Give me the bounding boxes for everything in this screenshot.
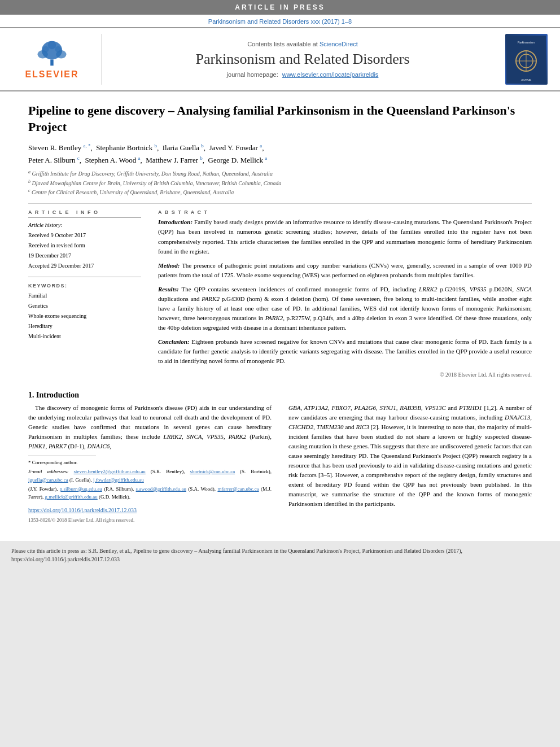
contents-text: Contents lists available at — [247, 41, 318, 47]
issn-line: 1353-8020/© 2018 Elsevier Ltd. All right… — [28, 516, 272, 524]
article-in-press-banner: ARTICLE IN PRESS — [0, 0, 560, 15]
email-addresses-note: E-mail addresses: steven.bentley2@griffi… — [28, 468, 272, 484]
affil-b: b Djavad Mowafaghian Centre for Brain, U… — [28, 178, 532, 187]
citation-footer: Please cite this article in press as: S.… — [0, 541, 560, 569]
svg-text:JOURNAL: JOURNAL — [521, 78, 532, 81]
abstract-results: Results: The QPP contains seventeen inci… — [158, 285, 532, 333]
revised-date: 19 December 2017 — [28, 251, 141, 261]
footnotes: * Corresponding author. E-mail addresses… — [28, 458, 272, 524]
intro-right-gene-list: GBA, ATP13A2, FBXO7, PLA2G6, SYNJ1, RAB3… — [288, 403, 532, 509]
email-farrer[interactable]: mfarrer@can.ubc.ca — [217, 486, 259, 492]
authors-line: Steven R. Bentley a, *, Stephanie Bortni… — [28, 142, 532, 167]
cover-image: Parkinsonism JOURNAL — [505, 34, 548, 85]
abstract-results-label: Results: — [158, 286, 179, 292]
elsevier-label: ELSEVIER — [25, 69, 78, 80]
keyword-genetics: Genetics — [28, 301, 141, 311]
affil-c: c Centre for Clinical Research, Universi… — [28, 187, 532, 196]
keyword-wes: Whole exome sequencing — [28, 311, 141, 321]
journal-citation-text: Parkinsonism and Related Disorders xxx (… — [208, 18, 352, 25]
intro-left-col: The discovery of monogenic forms of Park… — [28, 403, 272, 525]
keywords-section: Keywords: Familial Genetics Whole exome … — [28, 277, 141, 342]
email-silburn[interactable]: p.silburn@uq.edu.au — [60, 486, 102, 492]
journal-main-title: Parkinsonism and Related Disorders — [195, 51, 409, 68]
abstract-column: A B S T R A C T Introduction: Family bas… — [158, 209, 532, 379]
article-history: Article history: Received 9 October 2017… — [28, 217, 141, 271]
intro-body: The discovery of monogenic forms of Park… — [28, 403, 532, 525]
journal-homepage: journal homepage: www.elsevier.com/locat… — [227, 71, 379, 78]
journal-header: ELSEVIER Contents lists available at Sci… — [0, 27, 560, 91]
journal-citation: Parkinsonism and Related Disorders xxx (… — [0, 15, 560, 27]
introduction-section: 1. Introduction The discovery of monogen… — [28, 391, 532, 525]
abstract-conclusion: Conclusion: Eighteen probands have scree… — [158, 337, 532, 366]
accepted-date: Accepted 29 December 2017 — [28, 261, 141, 271]
keyword-familial: Familial — [28, 291, 141, 301]
email-addresses-note2: (J.Y. Fowdar), p.silburn@uq.edu.au (P.A.… — [28, 485, 272, 501]
intro-left-para1: The discovery of monogenic forms of Park… — [28, 403, 272, 451]
received-date: Received 9 October 2017 — [28, 230, 141, 241]
corresponding-author-note: * Corresponding author. — [28, 458, 272, 466]
email-wood[interactable]: s.awood@griffith.edu.au — [136, 486, 186, 492]
author-sup-fowdar: a — [260, 143, 262, 148]
article-info-label: A R T I C L E I N F O — [28, 209, 141, 215]
abstract-intro: Introduction: Family based study designs… — [158, 217, 532, 256]
svg-point-6 — [55, 46, 61, 53]
article-title: Pipeline to gene discovery – Analysing f… — [28, 103, 532, 135]
svg-rect-0 — [50, 59, 53, 65]
article-content: Pipeline to gene discovery – Analysing f… — [0, 91, 560, 530]
footnote-divider — [28, 456, 96, 456]
author-sup-wood: a — [138, 155, 140, 161]
email-bortnick[interactable]: sbortnick@can.ubc.ca — [190, 469, 235, 474]
affil-a: a Griffith Institute for Drug Discovery,… — [28, 169, 532, 178]
affiliations: a Griffith Institute for Drug Discovery,… — [28, 169, 532, 196]
email-fowdar[interactable]: j.fowdar@griffith.edu.au — [93, 477, 144, 483]
svg-point-4 — [48, 41, 56, 50]
banner-text: ARTICLE IN PRESS — [235, 3, 325, 11]
keyword-multi-incident: Multi-incident — [28, 331, 141, 342]
author-sup-mellick: a — [265, 155, 267, 161]
intro-right-text: GBA, ATP13A2, FBXO7, PLA2G6, SYNJ1, RAB3… — [288, 403, 532, 509]
citation-footer-text: Please cite this article in press as: S.… — [11, 548, 462, 562]
received-revised-label: Received in revised form — [28, 241, 141, 251]
contents-line: Contents lists available at ScienceDirec… — [247, 41, 358, 47]
sciencedirect-link[interactable]: ScienceDirect — [320, 41, 358, 47]
article-info-abstract-section: A R T I C L E I N F O Article history: R… — [28, 209, 532, 379]
history-label: Article history: — [28, 220, 141, 230]
keywords-label: Keywords: — [28, 283, 141, 289]
svg-text:Parkinsonism: Parkinsonism — [518, 41, 535, 44]
abstract-method-label: Method: — [158, 262, 180, 269]
author-sup-bentley: a, * — [84, 143, 91, 148]
email-guella[interactable]: iguella@can.ubc.ca — [28, 477, 68, 483]
abstract-method: Method: The presence of pathogenic point… — [158, 261, 532, 280]
author-sup-bortnick: b — [155, 143, 158, 148]
email-bentley[interactable]: steven.bentley2@griffithuni.edu.au — [74, 469, 146, 474]
journal-title-center: Contents lists available at ScienceDirec… — [107, 34, 498, 85]
doi-line: https://doi.org/10.1016/j.parkreldis.201… — [28, 506, 272, 515]
intro-right-col: GBA, ATP13A2, FBXO7, PLA2G6, SYNJ1, RAB3… — [288, 403, 532, 525]
author-sup-farrer: b — [200, 155, 203, 161]
elsevier-tree-icon — [29, 39, 75, 67]
abstract-conclusion-label: Conclusion: — [158, 338, 190, 345]
homepage-label: journal homepage: — [227, 71, 278, 78]
svg-point-5 — [43, 46, 49, 53]
keyword-hereditary: Hereditary — [28, 321, 141, 331]
page: ARTICLE IN PRESS Parkinsonism and Relate… — [0, 0, 560, 569]
abstract-intro-label: Introduction: — [158, 219, 193, 225]
doi-link[interactable]: https://doi.org/10.1016/j.parkreldis.201… — [28, 507, 137, 513]
homepage-link[interactable]: www.elsevier.com/locate/parkreldis — [282, 71, 379, 78]
cover-svg: Parkinsonism JOURNAL — [506, 36, 546, 84]
abstract-copyright: © 2018 Elsevier Ltd. All rights reserved… — [158, 370, 532, 379]
section-divider — [28, 203, 532, 204]
author-sup-silburn: c — [77, 155, 80, 161]
abstract-label: A B S T R A C T — [158, 209, 532, 215]
intro-heading: 1. Introduction — [28, 391, 532, 400]
elsevier-logo-box: ELSEVIER — [11, 34, 102, 85]
author-sup-guella: b — [201, 143, 204, 148]
email-mellick[interactable]: g.mellick@griffith.edu.au — [45, 494, 97, 500]
journal-cover: Parkinsonism JOURNAL — [504, 34, 549, 85]
abstract-text: Introduction: Family based study designs… — [158, 217, 532, 379]
article-info-column: A R T I C L E I N F O Article history: R… — [28, 209, 141, 379]
